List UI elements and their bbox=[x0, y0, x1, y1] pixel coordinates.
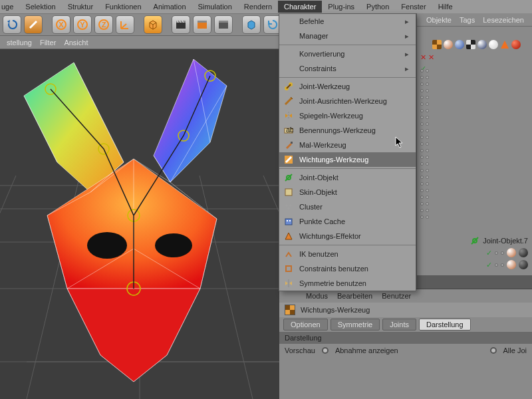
menu-selektion[interactable]: Selektion bbox=[19, 1, 61, 13]
menu-joint-objekt[interactable]: Joint-Objekt bbox=[279, 170, 416, 185]
menu-funktionen[interactable]: Funktionen bbox=[99, 1, 147, 13]
tab-joints[interactable]: Joints bbox=[382, 319, 416, 331]
menu-joint-ausrichten[interactable]: Joint-Ausrichten-Werkzeug bbox=[279, 94, 416, 108]
vis-pair[interactable] bbox=[420, 162, 429, 166]
vis-pair[interactable] bbox=[420, 136, 429, 139]
menu-cluster[interactable]: Cluster bbox=[279, 200, 416, 214]
tool-axis-y[interactable]: Y bbox=[73, 15, 92, 34]
tag-sphere5-icon[interactable] bbox=[511, 40, 521, 49]
tag-mat1-icon[interactable] bbox=[507, 260, 516, 269]
vis-pair[interactable] bbox=[420, 69, 429, 72]
tool-cube-icon[interactable] bbox=[144, 15, 162, 34]
radio-abnahme[interactable] bbox=[322, 347, 329, 354]
tag-mat2-icon[interactable] bbox=[519, 248, 528, 257]
menu-wichtungs-effektor[interactable]: Wichtungs-Effektor bbox=[279, 229, 416, 243]
tool-clapper3-icon[interactable] bbox=[214, 15, 233, 34]
tab-tags[interactable]: Tags bbox=[460, 16, 475, 24]
menu-plugins[interactable]: Plug-ins bbox=[322, 1, 360, 13]
tool-clapper2-icon[interactable] bbox=[193, 15, 211, 34]
label-alle-joints: Alle Joi bbox=[503, 346, 527, 354]
vis-pair[interactable] bbox=[420, 109, 429, 112]
vis-pair[interactable] bbox=[420, 182, 429, 186]
view-darstellung[interactable]: stellung bbox=[7, 39, 32, 47]
3d-viewport[interactable] bbox=[0, 49, 279, 399]
tag-sphere2-icon[interactable] bbox=[455, 40, 464, 49]
attr-benutzer[interactable]: Benutzer bbox=[382, 292, 411, 300]
menu-skin-objekt[interactable]: Skin-Objekt bbox=[279, 185, 416, 200]
attr-bearbeiten[interactable]: Bearbeiten bbox=[337, 292, 372, 300]
attr-modus[interactable]: Modus bbox=[306, 292, 328, 300]
menu-manager[interactable]: Manager▸ bbox=[279, 29, 416, 43]
menu-rendern[interactable]: Rendern bbox=[238, 1, 278, 13]
svg-rect-49 bbox=[285, 219, 292, 225]
menu-fenster[interactable]: Fenster bbox=[395, 1, 432, 13]
label-abnahme: Abnahme anzeigen bbox=[335, 346, 398, 354]
vis-pair[interactable] bbox=[420, 215, 429, 219]
view-ansicht[interactable]: Ansicht bbox=[64, 39, 88, 47]
view-filter[interactable]: Filter bbox=[40, 39, 56, 47]
vis-pair[interactable] bbox=[420, 176, 429, 179]
menu-ik-benutzen[interactable]: IK benutzen bbox=[279, 247, 416, 261]
vis-pair[interactable] bbox=[420, 116, 429, 119]
tab-darstellung[interactable]: Darstellung bbox=[419, 319, 471, 331]
tool-axis-x[interactable]: X bbox=[52, 15, 70, 34]
radio-alle-joints[interactable] bbox=[490, 347, 497, 354]
tab-optionen[interactable]: Optionen bbox=[283, 319, 328, 331]
vis-pair[interactable] bbox=[420, 169, 429, 172]
menu-befehle[interactable]: Befehle▸ bbox=[279, 14, 416, 29]
menu-charakter[interactable]: Charakter bbox=[278, 1, 322, 13]
vis-pair[interactable]: ✕✕ bbox=[420, 53, 434, 62]
vis-pair[interactable] bbox=[420, 149, 429, 152]
vis-pair[interactable] bbox=[420, 76, 429, 79]
vis-pair[interactable] bbox=[420, 129, 429, 132]
tab-objekte[interactable]: Objekte bbox=[426, 16, 452, 24]
tool-cube-blue1-icon[interactable] bbox=[242, 15, 261, 34]
tag-sphere3-icon[interactable] bbox=[477, 40, 487, 49]
menu-python[interactable]: Python bbox=[360, 1, 395, 13]
vis-pair[interactable] bbox=[420, 122, 429, 126]
tab-symmetrie[interactable]: Symmetrie bbox=[331, 319, 380, 331]
tab-lesezeichen[interactable]: Lesezeichen bbox=[483, 16, 524, 24]
vis-pair[interactable] bbox=[420, 102, 429, 106]
vis-pair[interactable] bbox=[420, 156, 429, 159]
menu-simulation[interactable]: Simulation bbox=[192, 1, 238, 13]
vis-pair[interactable] bbox=[420, 202, 429, 205]
menu-constraints-benutzen[interactable]: Constraints benutzen bbox=[279, 261, 416, 276]
menu-hilfe[interactable]: Hilfe bbox=[432, 1, 459, 13]
svg-rect-41 bbox=[291, 142, 293, 144]
vis-pair[interactable] bbox=[420, 89, 429, 92]
menu-joint-werkzeug[interactable]: Joint-Werkzeug bbox=[279, 79, 416, 94]
menu-werkzeuge[interactable]: uge bbox=[1, 1, 19, 13]
menu-animation[interactable]: Animation bbox=[148, 1, 192, 13]
attributes-section: Darstellung bbox=[279, 332, 532, 344]
tag-mat2-icon[interactable] bbox=[519, 260, 528, 269]
menu-wichtungs-werkzeug[interactable]: Wichtungs-Werkzeug bbox=[279, 152, 416, 167]
tag-checker-icon[interactable] bbox=[466, 40, 475, 49]
vis-pair[interactable] bbox=[420, 209, 429, 212]
menu-spiegeln[interactable]: Spiegeln-Werkzeug bbox=[279, 108, 416, 123]
tag-texture-icon[interactable] bbox=[432, 40, 442, 49]
svg-rect-52 bbox=[286, 266, 291, 271]
tag-sphere1-icon[interactable] bbox=[444, 40, 453, 49]
tool-axis-z[interactable]: Z bbox=[94, 15, 113, 34]
menu-benennung[interactable]: abBenennungs-Werkzeug bbox=[279, 123, 416, 138]
vis-pair[interactable] bbox=[420, 82, 429, 86]
attributes-tool-name: Wichtungs-Werkzeug bbox=[301, 306, 370, 314]
tag-mat1-icon[interactable] bbox=[507, 248, 516, 257]
tool-undo-icon[interactable] bbox=[3, 15, 21, 34]
menu-struktur[interactable]: Struktur bbox=[62, 1, 100, 13]
menu-constraints[interactable]: Constraints▸ bbox=[279, 61, 416, 76]
vis-pair[interactable] bbox=[420, 96, 429, 99]
tool-clapper1-icon[interactable] bbox=[172, 15, 190, 34]
tag-sphere4-icon[interactable] bbox=[489, 40, 498, 49]
tree-joint-item[interactable]: Joint-Objekt.7 bbox=[467, 235, 532, 247]
vis-pair[interactable] bbox=[420, 189, 429, 192]
vis-pair[interactable] bbox=[420, 196, 429, 199]
vis-pair[interactable] bbox=[420, 142, 429, 146]
tool-weight-icon[interactable] bbox=[24, 15, 43, 34]
menu-symmetrie-benutzen[interactable]: Symmetrie benutzen bbox=[279, 276, 416, 291]
menu-punkte-cache[interactable]: Punkte Cache bbox=[279, 214, 416, 229]
menu-konvertierung[interactable]: Konvertierung▸ bbox=[279, 47, 416, 61]
tool-coord-icon[interactable] bbox=[116, 15, 134, 34]
tag-triangle-icon[interactable] bbox=[500, 40, 509, 49]
